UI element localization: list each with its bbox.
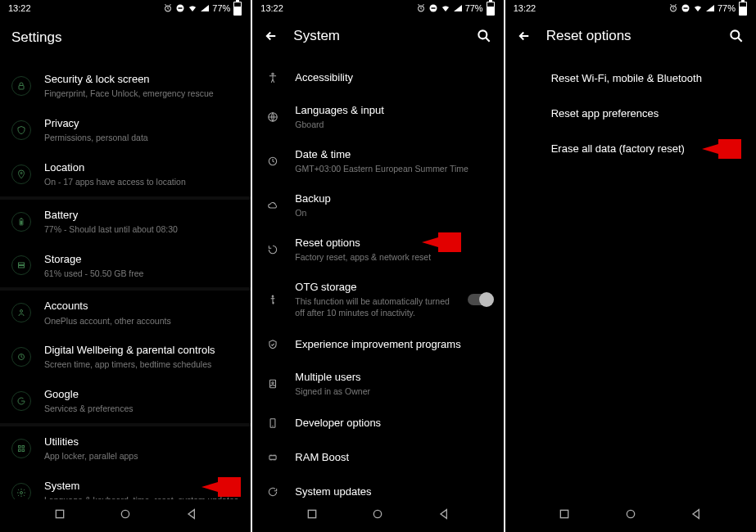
item-location[interactable]: LocationOn - 17 apps have access to loca…	[0, 152, 251, 196]
system-list[interactable]: Accessibility Languages & inputGboard Da…	[252, 61, 503, 499]
reset-list[interactable]: Reset Wi-Fi, mobile & Bluetooth Reset ap…	[505, 61, 756, 499]
item-developer[interactable]: Developer options	[252, 406, 503, 440]
item-system[interactable]: SystemLanguage & keyboard, time, reset, …	[0, 471, 251, 499]
item-accounts[interactable]: AccountsOnePlus account, other accounts	[0, 291, 251, 335]
item-label: Reset Wi-Fi, mobile & Bluetooth	[551, 72, 702, 84]
svg-rect-12	[19, 266, 25, 268]
header: Settings	[0, 15, 251, 64]
battery-icon	[738, 3, 748, 13]
svg-point-47	[627, 510, 634, 517]
item-label: Languages & input	[295, 103, 491, 118]
item-label: Backup	[295, 192, 491, 206]
settings-list[interactable]: Security & lock screenFingerprint, Face …	[0, 64, 251, 499]
screen-system: 13:22 77% System Accessibility Languages…	[252, 0, 503, 532]
svg-rect-17	[19, 449, 21, 452]
item-wellbeing[interactable]: Digital Wellbeing & parental controlsScr…	[0, 335, 251, 379]
nav-bar	[505, 499, 756, 532]
item-label: Location	[44, 160, 239, 175]
item-updates[interactable]: System updates	[252, 475, 503, 499]
svg-rect-4	[236, 0, 239, 2]
item-sub: This function will be automatically turn…	[295, 295, 454, 319]
wifi-icon	[693, 3, 703, 13]
item-otg[interactable]: OTG storageThis function will be automat…	[252, 272, 503, 328]
svg-point-45	[731, 30, 739, 38]
shield-check-icon	[264, 336, 282, 354]
nav-home-icon[interactable]	[371, 507, 384, 521]
lock-icon	[11, 76, 31, 96]
svg-rect-15	[19, 445, 21, 448]
item-backup[interactable]: BackupOn	[252, 183, 503, 228]
search-button[interactable]	[476, 28, 492, 44]
item-label: Privacy	[44, 116, 239, 131]
item-reset[interactable]: Reset optionsFactory reset, apps & netwo…	[252, 228, 503, 272]
accessibility-icon	[264, 69, 282, 87]
back-button[interactable]	[517, 29, 532, 43]
nav-home-icon[interactable]	[624, 507, 637, 521]
svg-rect-5	[234, 2, 241, 7]
nav-back-icon[interactable]	[690, 507, 703, 521]
item-experience[interactable]: Experience improvement programs	[252, 327, 503, 362]
item-factory-reset[interactable]: Erase all data (factory reset)	[505, 131, 756, 166]
item-sub: 61% used - 50.50 GB free	[44, 268, 239, 280]
nav-recent-icon[interactable]	[53, 507, 66, 521]
item-battery[interactable]: Battery77% - Should last until about 08:…	[0, 200, 251, 244]
item-reset-network[interactable]: Reset Wi-Fi, mobile & Bluetooth	[505, 61, 756, 96]
status-time: 13:22	[8, 3, 31, 13]
item-languages[interactable]: Languages & inputGboard	[252, 95, 503, 139]
utilities-icon	[11, 439, 31, 458]
nav-home-icon[interactable]	[119, 507, 132, 521]
item-accessibility[interactable]: Accessibility	[252, 61, 503, 95]
svg-rect-41	[683, 7, 687, 9]
nav-recent-icon[interactable]	[306, 507, 319, 521]
item-label: RAM Boost	[295, 450, 491, 465]
svg-point-13	[20, 310, 23, 313]
wellbeing-icon	[11, 347, 31, 367]
google-icon	[11, 391, 31, 411]
item-sub: Gboard	[295, 119, 491, 131]
item-sub: Services & preferences	[44, 403, 239, 415]
back-button[interactable]	[264, 29, 278, 43]
svg-rect-28	[487, 2, 494, 7]
nav-recent-icon[interactable]	[558, 507, 571, 521]
screen-settings: 13:22 77% Settings Security & lock scree…	[0, 0, 251, 532]
item-ramboost[interactable]: RAM Boost	[252, 440, 503, 475]
svg-rect-27	[489, 0, 492, 2]
item-label: Utilities	[44, 435, 239, 449]
item-label: Multiple users	[295, 370, 491, 385]
item-utilities[interactable]: UtilitiesApp locker, parallel apps	[0, 426, 251, 471]
item-google[interactable]: GoogleServices & preferences	[0, 379, 251, 423]
battery-text: 77%	[212, 3, 230, 13]
svg-rect-37	[308, 510, 315, 517]
alarm-icon	[668, 3, 678, 13]
item-datetime[interactable]: Date & timeGMT+03:00 Eastern European Su…	[252, 139, 503, 183]
svg-point-34	[272, 382, 274, 384]
nav-bar	[0, 499, 251, 532]
battery-text: 77%	[465, 3, 483, 13]
item-storage[interactable]: Storage61% used - 50.50 GB free	[0, 244, 251, 288]
item-label: Accessibility	[295, 70, 491, 85]
cloud-icon	[264, 196, 282, 214]
status-time: 13:22	[514, 3, 536, 13]
item-security[interactable]: Security & lock screenFingerprint, Face …	[0, 64, 251, 108]
item-label: Reset options	[295, 236, 491, 250]
nav-back-icon[interactable]	[185, 507, 198, 521]
battery-icon	[486, 3, 496, 13]
header: Reset options	[505, 15, 756, 61]
storage-icon	[11, 255, 31, 275]
alarm-icon	[163, 3, 173, 13]
item-label: OTG storage	[295, 280, 454, 295]
header: System	[252, 15, 503, 61]
item-reset-apps[interactable]: Reset app preferences	[505, 96, 756, 131]
item-privacy[interactable]: PrivacyPermissions, personal data	[0, 108, 251, 152]
svg-rect-9	[20, 218, 22, 219]
item-sub: 77% - Should last until about 08:30	[44, 223, 239, 236]
nav-back-icon[interactable]	[437, 507, 450, 521]
status-time: 13:22	[260, 3, 283, 13]
item-users[interactable]: Multiple usersSigned in as Owner	[252, 362, 503, 406]
item-label: Battery	[44, 208, 239, 223]
svg-point-22	[121, 510, 129, 517]
search-button[interactable]	[728, 28, 745, 44]
otg-toggle[interactable]	[468, 294, 492, 305]
item-sub: On - 17 apps have access to location	[44, 176, 239, 188]
update-icon	[264, 483, 282, 499]
